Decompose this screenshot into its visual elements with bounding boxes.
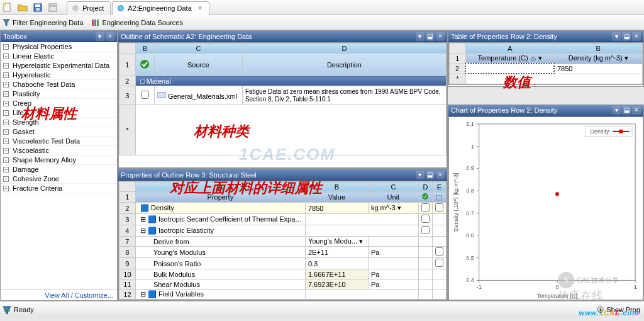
- pin-icon[interactable]: ⬓: [622, 106, 631, 115]
- close-icon[interactable]: ×: [436, 171, 445, 179]
- col-header[interactable]: B: [305, 182, 368, 192]
- col-header[interactable]: D: [418, 182, 432, 192]
- pin-icon[interactable]: ⬓: [622, 32, 631, 41]
- cell[interactable]: kg m^-3 ▾: [368, 203, 418, 214]
- dock-icon[interactable]: ▾: [612, 106, 621, 115]
- close-icon[interactable]: ×: [436, 32, 445, 41]
- close-icon[interactable]: ×: [106, 32, 114, 41]
- pin-icon[interactable]: ⬓: [426, 171, 435, 179]
- material-section[interactable]: □ Material: [135, 76, 446, 86]
- col-header[interactable]: A: [135, 182, 305, 192]
- cell[interactable]: ⊟ 🟦 Isotropic Elasticity: [135, 225, 305, 237]
- col-header[interactable]: B: [554, 43, 643, 54]
- cell[interactable]: Fatigue Data at zero mean stress comes f…: [242, 86, 446, 105]
- cell[interactable]: Young's Modulus: [135, 247, 305, 258]
- col-header[interactable]: C: [154, 43, 242, 54]
- svg-rect-3: [35, 4, 40, 7]
- tree-item[interactable]: +Physical Properties: [1, 42, 117, 52]
- filter-engineering-data[interactable]: Filter Engineering Data: [3, 19, 84, 26]
- svg-rect-9: [94, 20, 96, 26]
- cell[interactable]: Shear Modulus: [135, 279, 305, 290]
- svg-rect-43: [619, 130, 623, 133]
- dock-icon[interactable]: ▾: [612, 32, 621, 41]
- col-header[interactable]: D: [242, 43, 446, 54]
- dock-icon[interactable]: ▾: [416, 32, 425, 41]
- tree-item[interactable]: +Shape Memory Alloy: [1, 155, 117, 165]
- tab-host: Project A2:Engineering Data ×: [67, 0, 211, 15]
- tree-item[interactable]: +Chaboche Test Data: [1, 80, 117, 89]
- top-toolbar: Project A2:Engineering Data ×: [0, 0, 644, 15]
- svg-rect-10: [97, 20, 99, 26]
- filter-bar: Filter Engineering Data Engineering Data…: [0, 15, 644, 30]
- cell-empty[interactable]: [135, 105, 446, 155]
- pin-icon[interactable]: ▾: [96, 32, 104, 41]
- cell[interactable]: General_Materials.xml: [154, 86, 242, 105]
- tree-item[interactable]: +Creep: [1, 99, 117, 108]
- tree-item[interactable]: +Hyperelastic Experimental Data: [1, 61, 117, 70]
- toolbox-tree[interactable]: +Physical Properties +Linear Elastic +Hy…: [1, 42, 117, 289]
- tree-item[interactable]: +Hyperelastic: [1, 70, 117, 80]
- tree-item[interactable]: +Linear Elastic: [1, 52, 117, 61]
- cell[interactable]: ⊟ 🟦 Field Variables: [135, 290, 305, 300]
- density-chart[interactable]: 0.40.50.60.70.80.911.1 -101 Temperature …: [448, 116, 643, 300]
- tree-item[interactable]: +Cohesive Zone: [1, 174, 117, 184]
- col-header[interactable]: A: [465, 43, 554, 54]
- col-header[interactable]: B: [135, 43, 154, 54]
- cell[interactable]: Bulk Modulus: [135, 269, 305, 279]
- col-header[interactable]: C: [368, 182, 418, 192]
- tree-item[interactable]: +Strength: [1, 118, 117, 127]
- tree-item[interactable]: +Plasticity: [1, 89, 117, 99]
- svg-text:0.8: 0.8: [466, 188, 474, 194]
- svg-text:Density: Density: [591, 128, 609, 135]
- cell[interactable]: 7850: [305, 203, 368, 214]
- tree-item[interactable]: +Gasket: [1, 127, 117, 137]
- svg-rect-12: [157, 93, 166, 98]
- open-icon[interactable]: [16, 1, 30, 14]
- cell[interactable]: [465, 64, 554, 74]
- cell[interactable]: Poisson's Ratio: [135, 258, 305, 269]
- tree-item[interactable]: +Viscoelastic Test Data: [1, 137, 117, 146]
- cell[interactable]: 0.3: [305, 258, 368, 269]
- tree-item[interactable]: +Life: [1, 108, 117, 118]
- pin-icon[interactable]: ⬓: [426, 32, 435, 41]
- tree-item[interactable]: +Fracture Criteria: [1, 184, 117, 193]
- tab-label: Project: [82, 4, 104, 12]
- table-props-grid[interactable]: AB 1Temperature (C) ♨ ▾Density (kg m^-3)…: [448, 42, 643, 85]
- toolbox-panel: Toolbox ▾ × +Physical Properties +Linear…: [0, 30, 118, 301]
- svg-text:0.7: 0.7: [466, 210, 474, 217]
- close-icon[interactable]: ×: [198, 4, 203, 13]
- cell[interactable]: 7850: [554, 64, 643, 74]
- svg-rect-1: [4, 3, 6, 6]
- close-icon[interactable]: ×: [632, 106, 641, 115]
- cell[interactable]: 🟦 Density: [135, 203, 305, 214]
- tree-item[interactable]: +Viscoelastic: [1, 146, 117, 155]
- dock-icon[interactable]: ▾: [416, 171, 425, 179]
- project-icon[interactable]: [46, 1, 60, 14]
- cell[interactable]: Young's Modu... ▾: [305, 237, 368, 247]
- save-icon[interactable]: [31, 1, 45, 14]
- svg-text:0.4: 0.4: [466, 277, 474, 283]
- toolbox-customize[interactable]: View All / Customize...: [1, 289, 117, 300]
- panel-title-chart: Chart of Properties Row 2: Density ▾⬓×: [448, 105, 643, 116]
- tree-item[interactable]: +Damage: [1, 165, 117, 174]
- books-icon: [91, 18, 100, 27]
- status-text: Ready: [14, 306, 34, 313]
- tab-project[interactable]: Project: [67, 1, 111, 15]
- cell[interactable]: ⊞ 🟦 Isotropic Secant Coefficient of Ther…: [135, 214, 305, 225]
- outline-grid[interactable]: B C D 1 Source Description 2 □ Material: [118, 42, 447, 168]
- engineering-data-sources[interactable]: Engineering Data Sources: [91, 18, 183, 27]
- col-header[interactable]: E: [432, 182, 446, 192]
- svg-rect-6: [50, 5, 52, 7]
- cell-checkbox[interactable]: [135, 86, 154, 105]
- cell[interactable]: 2E+11: [305, 247, 368, 258]
- svg-point-11: [140, 60, 149, 69]
- close-icon[interactable]: ×: [632, 32, 641, 41]
- funnel-icon[interactable]: [3, 306, 11, 315]
- new-icon[interactable]: [1, 1, 14, 14]
- tab-engineering-data[interactable]: A2:Engineering Data ×: [112, 1, 209, 15]
- cell[interactable]: Derive from: [135, 237, 305, 247]
- properties-grid[interactable]: A B C D E 1 Property Value Unit ⬚: [118, 181, 447, 300]
- cell: Source: [154, 54, 242, 76]
- url-watermark: www.1CAE.com: [579, 307, 639, 318]
- funnel-icon: [3, 19, 10, 26]
